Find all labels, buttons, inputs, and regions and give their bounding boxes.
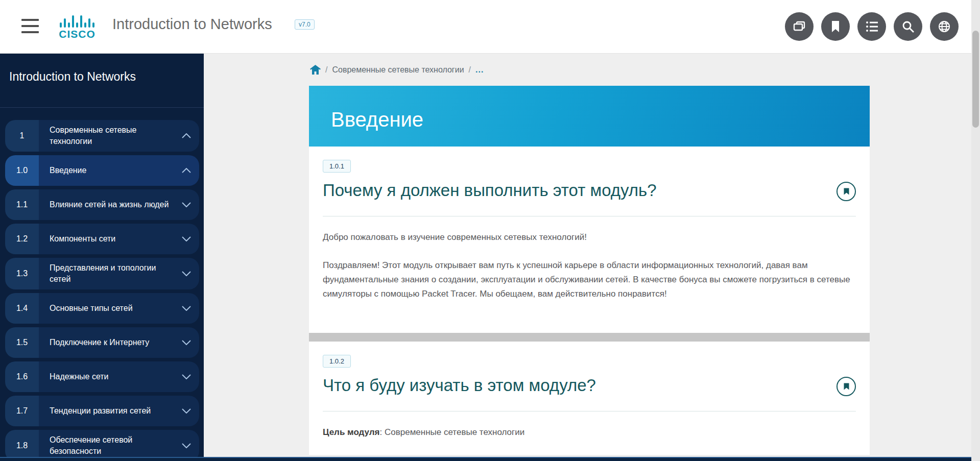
topic-heading: Почему я должен выполнить этот модуль? [323, 180, 826, 202]
sidebar-item-number: 1.0 [5, 155, 39, 186]
pages-button[interactable] [785, 12, 814, 41]
sidebar-item-number: 1.8 [5, 430, 39, 461]
chevron-down-icon[interactable] [181, 374, 192, 379]
sidebar-item-1-6[interactable]: 1.6 Надежные сети [5, 361, 199, 392]
sidebar-item-number: 1 [5, 120, 39, 152]
sidebar-item-1-5[interactable]: 1.5 Подключение к Интернету [5, 327, 199, 358]
breadcrumb: / Современные сетевые технологии / ... [309, 65, 870, 75]
sidebar-item-label: Тенденции развития сетей [50, 405, 181, 417]
sidebar-item-1-8[interactable]: 1.8 Обеспечение сетевой безопасности [5, 430, 199, 461]
bookmark-topic-button[interactable] [836, 182, 856, 201]
sidebar-item-1-7[interactable]: 1.7 Тенденции развития сетей [5, 396, 199, 426]
chevron-up-icon[interactable] [181, 168, 192, 173]
sidebar-item-1-2[interactable]: 1.2 Компоненты сети [5, 224, 199, 254]
bookmark-topic-button[interactable] [836, 377, 856, 396]
topic-paragraph: Добро пожаловать в изучение современных … [323, 230, 856, 245]
sidebar-item-label: Надежные сети [50, 371, 181, 382]
breadcrumb-module-link[interactable]: Современные сетевые технологии [332, 65, 464, 75]
sidebar-item-label: Введение [50, 165, 181, 176]
sidebar-item-label: Основные типы сетей [50, 303, 181, 314]
bookmark-icon [844, 188, 849, 195]
sidebar-item-1-1[interactable]: 1.1 Влияние сетей на жизнь людей [5, 189, 199, 220]
bookmarks-button[interactable] [821, 12, 850, 41]
chevron-down-icon[interactable] [181, 236, 192, 241]
course-title: Introduction to Networks [112, 16, 272, 33]
scrollbar-thumb[interactable] [972, 31, 979, 128]
chevron-down-icon[interactable] [181, 443, 192, 448]
sidebar-item-number: 1.5 [5, 327, 39, 358]
index-list-button[interactable] [857, 12, 886, 41]
sidebar-item-label: Подключение к Интернету [50, 337, 181, 348]
bookmark-icon [830, 20, 841, 33]
version-badge: v7.0 [295, 19, 315, 30]
sidebar-item-number: 1.4 [5, 293, 39, 324]
header-toolbar [785, 12, 959, 41]
search-button[interactable] [894, 12, 922, 41]
sidebar-item-number: 1.3 [5, 258, 39, 289]
sidebar-item-1[interactable]: 1 Современные сетевые технологии [5, 120, 199, 152]
section-banner: Введение [309, 86, 870, 147]
chevron-up-icon[interactable] [181, 133, 192, 138]
topic-card-101: 1.0.1 Почему я должен выполнить этот мод… [309, 147, 870, 333]
heading-divider [323, 216, 856, 216]
sidebar-item-label: Влияние сетей на жизнь людей [50, 199, 181, 210]
chevron-down-icon[interactable] [181, 202, 192, 207]
topic-paragraph: Поздравляем! Этот модуль открывает вам п… [323, 258, 856, 301]
topic-heading: Что я буду изучать в этом модуле? [323, 375, 826, 397]
heading-divider [323, 411, 856, 411]
breadcrumb-ellipsis[interactable]: ... [475, 65, 484, 75]
card-separator [309, 333, 870, 342]
banner-title: Введение [331, 108, 423, 131]
hamburger-menu-icon[interactable] [21, 19, 39, 33]
breadcrumb-separator: / [325, 65, 327, 75]
breadcrumb-separator: / [469, 65, 471, 75]
sidebar-course-title: Introduction to Networks [0, 54, 204, 108]
module-goal-label: Цель модуля [323, 427, 380, 437]
chevron-down-icon[interactable] [181, 408, 192, 414]
list-icon [865, 20, 878, 33]
topic-number-badge: 1.0.1 [323, 160, 351, 173]
cisco-logo-word: CISCO [54, 28, 100, 40]
sidebar-item-1-4[interactable]: 1.4 Основные типы сетей [5, 293, 199, 324]
language-button[interactable] [930, 12, 959, 41]
app-header: CISCO Introduction to Networks v7.0 [0, 0, 980, 54]
course-sidebar: Introduction to Networks 1 Современные с… [0, 54, 204, 457]
chevron-down-icon[interactable] [181, 340, 192, 345]
search-icon [901, 20, 915, 33]
sidebar-item-label: Обеспечение сетевой безопасности [50, 434, 181, 457]
topic-number-badge: 1.0.2 [323, 355, 351, 368]
sidebar-item-1-3[interactable]: 1.3 Представления и топологии сетей [5, 258, 199, 289]
chevron-down-icon[interactable] [181, 306, 192, 311]
globe-icon [938, 20, 951, 33]
sidebar-item-label: Представления и топологии сетей [50, 262, 181, 285]
topic-card-102: 1.0.2 Что я буду изучать в этом модуле? … [309, 342, 870, 455]
sidebar-item-label: Компоненты сети [50, 233, 181, 245]
sidebar-item-1-0[interactable]: 1.0 Введение [5, 155, 199, 186]
pages-icon [793, 20, 806, 33]
cisco-logo-bars-icon [54, 15, 100, 28]
sidebar-item-number: 1.2 [5, 224, 39, 254]
module-goal-text: Цель модуля: Современные сетевые техноло… [323, 425, 856, 440]
chevron-down-icon[interactable] [181, 271, 192, 276]
sidebar-item-label: Современные сетевые технологии [50, 125, 181, 147]
cisco-logo: CISCO [54, 15, 100, 40]
sidebar-item-number: 1.7 [5, 396, 39, 426]
sidebar-item-number: 1.6 [5, 361, 39, 392]
module-nav-list: 1 Современные сетевые технологии 1.0 Вве… [0, 108, 204, 461]
bottom-bar [0, 457, 980, 461]
content-area: / Современные сетевые технологии / ... В… [204, 54, 971, 457]
home-icon[interactable] [310, 65, 321, 75]
bookmark-icon [844, 383, 849, 390]
page-scrollbar[interactable] [971, 0, 980, 461]
sidebar-item-number: 1.1 [5, 189, 39, 220]
